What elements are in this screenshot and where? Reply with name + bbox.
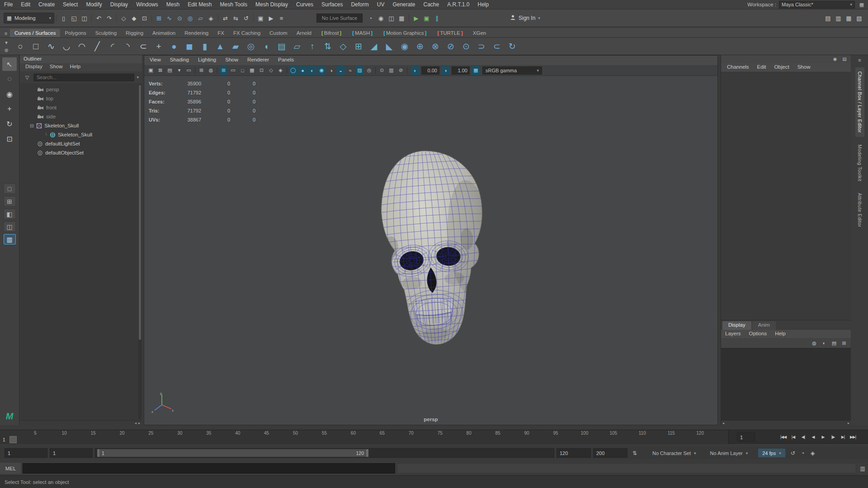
viewport-menu-renderer[interactable]: Renderer (243, 56, 274, 65)
menu-mesh-display[interactable]: Mesh Display (251, 0, 292, 9)
shelf-tab-fx-caching[interactable]: FX Caching (229, 29, 265, 37)
fast-interaction-icon[interactable]: ◔ (365, 12, 376, 24)
playback-speed-icon[interactable]: ◔ (798, 448, 808, 458)
insert-knot-icon[interactable]: + (151, 39, 166, 54)
ep-curve-tool-icon[interactable]: ◡ (59, 39, 74, 54)
gamma-field[interactable]: 1.00 (452, 66, 470, 75)
workspace-dropdown[interactable]: Maya Classic* ▾ (779, 1, 855, 9)
playback-start-field[interactable]: 1 (50, 448, 93, 458)
output-connections-icon[interactable]: ⇆ (231, 12, 241, 24)
detach-surfaces-icon[interactable]: ⊂ (489, 39, 505, 54)
step-forward-one-key-button[interactable]: |▶ (828, 432, 838, 442)
construction-history-icon[interactable]: ↺ (241, 12, 251, 24)
safe-action-icon[interactable]: ◇ (267, 66, 275, 75)
boundary-icon[interactable]: ◇ (335, 39, 351, 54)
exposure-field[interactable]: 0.00 (421, 66, 439, 75)
textured-display-icon[interactable]: ◐ (308, 66, 316, 75)
shelf-tab-bifrost[interactable]: [Bifrost] (316, 29, 347, 37)
ipr-render-icon[interactable]: ▶ (266, 12, 276, 24)
outliner-hscrollbar[interactable]: ◂ ▸ (20, 420, 142, 425)
attach-surfaces-icon[interactable]: ⊃ (474, 39, 489, 54)
outliner-item-top[interactable]: top (20, 94, 142, 103)
outliner-item-side[interactable]: side (20, 112, 142, 121)
use-all-lights-icon[interactable]: ◉ (317, 66, 326, 75)
shelf-tab-turtle[interactable]: [TURTLE] (432, 29, 468, 37)
range-slider[interactable]: 1 120 (95, 448, 554, 458)
shelf-tab-animation[interactable]: Animation (148, 29, 180, 37)
shelf-tab-custom[interactable]: Custom (265, 29, 292, 37)
viewport-menu-shading[interactable]: Shading (165, 56, 193, 65)
cv-curve-tool-icon[interactable]: ∿ (43, 39, 59, 54)
menu-file[interactable]: File (0, 0, 17, 9)
step-back-one-key-button[interactable]: ◀| (798, 432, 808, 442)
nurbs-torus-icon[interactable]: ◎ (243, 39, 259, 54)
save-scene-icon[interactable]: ◫ (79, 12, 90, 24)
depth-of-field-icon[interactable]: ◎ (365, 66, 373, 75)
redo-icon[interactable]: ↷ (104, 12, 114, 24)
layer-list[interactable] (721, 348, 851, 420)
gate-mask-icon[interactable]: ▦ (248, 66, 256, 75)
trim-tool-icon[interactable]: ⊘ (443, 39, 458, 54)
grid-display-icon[interactable]: ⊞ (219, 66, 228, 75)
menu-create[interactable]: Create (34, 0, 59, 9)
layer-menu-layers[interactable]: Layers (721, 330, 745, 338)
isolate-select-icon[interactable]: ⊙ (377, 66, 386, 75)
show-workspace-panels-icon[interactable]: ▧ (854, 12, 864, 24)
revolve-icon[interactable]: ◖ (259, 39, 274, 54)
render-settings-icon[interactable]: ≡ (276, 12, 287, 24)
script-editor-icon[interactable]: ▥ (857, 463, 868, 474)
range-spinner-icon[interactable]: ⇅ (630, 448, 640, 458)
bezier-curve-tool-icon[interactable]: ◠ (74, 39, 90, 54)
layer-tab-anim[interactable]: Anim (752, 321, 776, 330)
menu-modify[interactable]: Modify (82, 0, 106, 9)
sculpt-surface-icon[interactable]: ◉ (397, 39, 412, 54)
wireframe-display-icon[interactable]: ◯ (289, 66, 297, 75)
go-to-playback-start-button[interactable]: |◀◀ (778, 432, 788, 442)
outliner-persp-layout[interactable]: ▥ (4, 234, 16, 244)
colorspace-dropdown[interactable]: sRGB gamma ▾ (482, 66, 542, 75)
snap-to-projected-center-icon[interactable]: ◎ (185, 12, 195, 24)
playback-range-bar[interactable]: 1 120 (97, 449, 368, 457)
project-curve-icon[interactable]: ⊕ (412, 39, 428, 54)
layer-menu-options[interactable]: Options (745, 330, 771, 338)
nurbs-sphere-icon[interactable]: ● (166, 39, 182, 54)
two-d-pan-zoom-icon[interactable]: ⊞ (197, 66, 206, 75)
viewport-menu-lighting[interactable]: Lighting (193, 56, 221, 65)
shelf-tab-curves-surfaces[interactable]: Curves / Surfaces (10, 29, 60, 37)
scale-tool[interactable]: ⊡ (2, 132, 17, 145)
shelf-tab-polygons[interactable]: Polygons (60, 29, 90, 37)
shelf-tab-arnold[interactable]: Arnold (292, 29, 316, 37)
loft-icon[interactable]: ▤ (274, 39, 289, 54)
snap-to-view-plane-icon[interactable]: ▱ (195, 12, 206, 24)
snap-to-curve-icon[interactable]: ∿ (164, 12, 175, 24)
filter-icon[interactable]: ▽ (23, 74, 31, 81)
auto-keyframe-icon[interactable]: ◈ (808, 448, 818, 458)
show-channel-box-icon[interactable]: ▦ (844, 12, 854, 24)
scroll-left-icon[interactable]: ◂ (722, 421, 724, 425)
create-new-layer-icon[interactable]: ⊞ (840, 339, 848, 347)
shadows-icon[interactable]: ◑ (327, 66, 335, 75)
animation-start-field[interactable]: 1 (5, 448, 47, 458)
workspace-options-icon[interactable]: ▦ (858, 1, 866, 8)
shaded-display-icon[interactable]: ● (298, 66, 307, 75)
menu-display[interactable]: Display (106, 0, 132, 9)
select-camera-icon[interactable]: ▣ (146, 66, 155, 75)
layer-tab-display[interactable]: Display (722, 321, 751, 330)
outliner-item-skeleton-skull[interactable]: ⊟Skeleton_Skull (20, 121, 142, 130)
shelf-editor-icon[interactable]: ⊛ (2, 47, 10, 54)
menu-help[interactable]: Help (474, 0, 493, 9)
menu-set-dropdown[interactable]: ▦ Modeling ▾ (4, 13, 54, 23)
command-input[interactable] (23, 463, 395, 474)
persp-outliner-layout[interactable]: ◧ (4, 209, 16, 219)
select-by-component-type-icon[interactable]: ⊡ (139, 12, 150, 24)
step-back-one-frame-button[interactable]: |◀ (788, 432, 798, 442)
show-attribute-editor-icon[interactable]: ▤ (823, 12, 833, 24)
untrim-icon[interactable]: ⊙ (458, 39, 474, 54)
playback-loop-icon[interactable]: ↺ (788, 448, 798, 458)
camera-based-selection-icon[interactable]: ◉ (376, 12, 386, 24)
layer-menu-help[interactable]: Help (771, 330, 790, 338)
pencil-curve-tool-icon[interactable]: ╱ (90, 39, 105, 54)
shelf-tab-rigging[interactable]: Rigging (121, 29, 148, 37)
side-tab-modeling-toolkit[interactable]: Modeling Toolkit (855, 141, 864, 186)
menu-curves[interactable]: Curves (292, 0, 317, 9)
